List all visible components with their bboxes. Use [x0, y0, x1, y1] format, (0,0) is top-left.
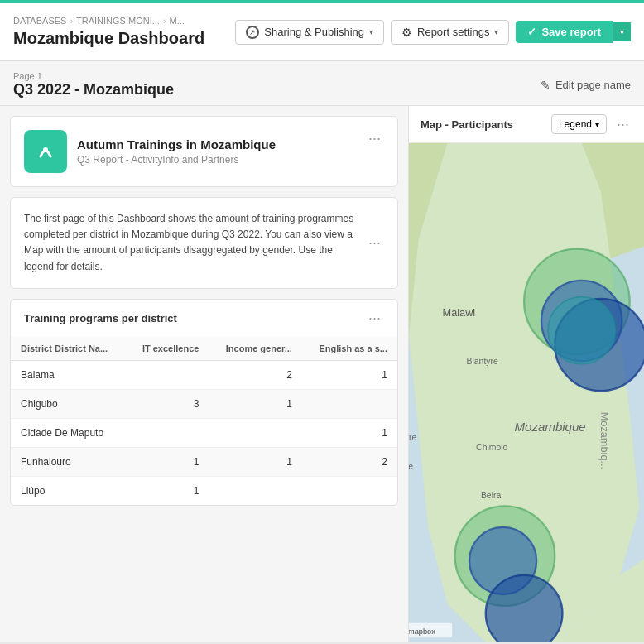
svg-text:Mozambique: Mozambique — [515, 420, 586, 434]
svg-point-18 — [486, 575, 563, 642]
svg-text:ve: ve — [409, 462, 413, 471]
report-settings-label: Report settings — [417, 26, 489, 38]
breadcrumb-trainings[interactable]: TRAININGS MONI... — [76, 16, 160, 26]
page-title: Mozambique Dashboard — [13, 29, 204, 48]
district-table: District District Na... IT excellence In… — [11, 337, 397, 505]
cell-income — [209, 476, 301, 505]
save-report-main[interactable]: ✓ Save report — [516, 21, 613, 43]
cell-english: 2 — [302, 447, 397, 476]
edit-page-name-button[interactable]: ✎ Edit page name — [541, 79, 631, 92]
gear-icon: ⚙ — [401, 26, 412, 39]
legend-chevron-icon: ▾ — [595, 120, 599, 129]
cell-it: 1 — [127, 447, 209, 476]
sharing-label: Sharing & Publishing — [264, 26, 364, 38]
map-header: Map - Participants Legend ▾ ··· — [409, 106, 644, 143]
page-name: Q3 2022 - Mozambique — [13, 81, 174, 99]
main-content: Autumn Trainings in Mozambique Q3 Report… — [0, 106, 644, 642]
top-bar-right: ↗ Sharing & Publishing ▾ ⚙ Report settin… — [235, 20, 631, 45]
cell-income: 2 — [209, 360, 301, 389]
table-card: Training programs per district ··· Distr… — [10, 299, 398, 506]
table-row: Chigubo 3 1 — [11, 389, 397, 418]
col-district: District District Na... — [11, 337, 127, 361]
cell-english: 1 — [302, 418, 397, 447]
cell-income: 1 — [209, 389, 301, 418]
breadcrumb-databases[interactable]: DATABASES — [13, 16, 66, 26]
cell-it: 1 — [127, 476, 209, 505]
svg-point-1 — [43, 147, 48, 152]
table-card-header: Training programs per district ··· — [11, 300, 397, 337]
cell-english — [302, 476, 397, 505]
svg-text:Malawi: Malawi — [443, 306, 476, 319]
svg-text:Chimoio: Chimoio — [476, 443, 507, 452]
legend-label: Legend — [559, 118, 592, 130]
table-title: Training programs per district — [24, 312, 177, 324]
description-text: The first page of this Dashboard shows t… — [24, 211, 355, 275]
save-report-button[interactable]: ✓ Save report ▾ — [516, 21, 631, 43]
cell-income: 1 — [209, 447, 301, 476]
breadcrumb-m[interactable]: M... — [170, 16, 185, 26]
right-panel: Map - Participants Legend ▾ ··· — [408, 106, 644, 642]
breadcrumb-sep-1: › — [70, 16, 73, 26]
logo-icon — [32, 138, 59, 165]
svg-text:Mozambiq...: Mozambiq... — [598, 412, 611, 469]
report-card: Autumn Trainings in Mozambique Q3 Report… — [10, 116, 398, 187]
save-report-dropdown[interactable]: ▾ — [613, 22, 631, 41]
sharing-chevron-icon: ▾ — [369, 27, 373, 36]
report-card-header: Autumn Trainings in Mozambique Q3 Report… — [24, 130, 384, 173]
report-settings-chevron-icon: ▾ — [494, 27, 498, 36]
cell-it: 3 — [127, 389, 209, 418]
report-card-info: Autumn Trainings in Mozambique Q3 Report… — [24, 130, 276, 173]
svg-text:Blantyre: Blantyre — [467, 357, 498, 366]
report-text: Autumn Trainings in Mozambique Q3 Report… — [77, 137, 276, 166]
cell-district: Cidade De Maputo — [11, 418, 127, 447]
description-card: The first page of this Dashboard shows t… — [10, 197, 398, 289]
report-subtitle: Q3 Report - ActivityInfo and Partners — [77, 154, 276, 166]
cell-english — [302, 389, 397, 418]
svg-text:are: are — [409, 433, 416, 442]
svg-text:Beira: Beira — [481, 491, 502, 500]
cell-district: Chigubo — [11, 389, 127, 418]
report-title: Autumn Trainings in Mozambique — [77, 137, 276, 151]
breadcrumb: DATABASES › TRAININGS MONI... › M... — [13, 16, 204, 26]
report-logo — [24, 130, 67, 173]
save-report-chevron-icon: ▾ — [620, 27, 624, 36]
map-title: Map - Participants — [421, 118, 513, 131]
page-section-left: Page 1 Q3 2022 - Mozambique — [13, 71, 174, 99]
table-row: Cidade De Maputo 1 — [11, 418, 397, 447]
top-bar-left: DATABASES › TRAININGS MONI... › M... Moz… — [13, 16, 204, 48]
map-menu-button[interactable]: ··· — [613, 116, 632, 133]
left-panel: Autumn Trainings in Mozambique Q3 Report… — [0, 106, 408, 642]
page-section: Page 1 Q3 2022 - Mozambique ✎ Edit page … — [0, 61, 644, 106]
breadcrumb-sep-2: › — [163, 16, 166, 26]
col-income: Income gener... — [209, 337, 301, 361]
cell-district: Liúpo — [11, 476, 127, 505]
map-controls: Legend ▾ ··· — [551, 114, 632, 134]
cell-district: Balama — [11, 360, 127, 389]
table-row: Funhalouro 1 1 2 — [11, 447, 397, 476]
col-it: IT excellence — [127, 337, 209, 361]
table-header-row: District District Na... IT excellence In… — [11, 337, 397, 361]
sharing-publishing-button[interactable]: ↗ Sharing & Publishing ▾ — [235, 20, 384, 45]
cell-it — [127, 418, 209, 447]
map-container: Malawi Blantyre Mozambique Chimoio Beira… — [409, 143, 644, 642]
cell-it — [127, 360, 209, 389]
map-svg: Malawi Blantyre Mozambique Chimoio Beira… — [409, 143, 644, 642]
svg-point-15 — [548, 297, 615, 364]
edit-page-name-label: Edit page name — [555, 79, 631, 91]
table-row: Liúpo 1 — [11, 476, 397, 505]
cell-income — [209, 418, 301, 447]
report-settings-button[interactable]: ⚙ Report settings ▾ — [391, 20, 509, 45]
description-menu-button[interactable]: ··· — [365, 211, 384, 275]
table-row: Balama 2 1 — [11, 360, 397, 389]
legend-dropdown[interactable]: Legend ▾ — [551, 114, 607, 134]
svg-text:⊙ mapbox: ⊙ mapbox — [409, 627, 435, 636]
table-menu-button[interactable]: ··· — [365, 310, 384, 327]
page-label: Page 1 — [13, 71, 174, 81]
col-english: English as a s... — [302, 337, 397, 361]
save-report-label: Save report — [541, 26, 601, 38]
cell-district: Funhalouro — [11, 447, 127, 476]
edit-icon: ✎ — [541, 79, 550, 92]
check-icon: ✓ — [527, 26, 536, 38]
report-card-menu-button[interactable]: ··· — [365, 130, 384, 147]
top-bar: DATABASES › TRAININGS MONI... › M... Moz… — [0, 3, 644, 61]
